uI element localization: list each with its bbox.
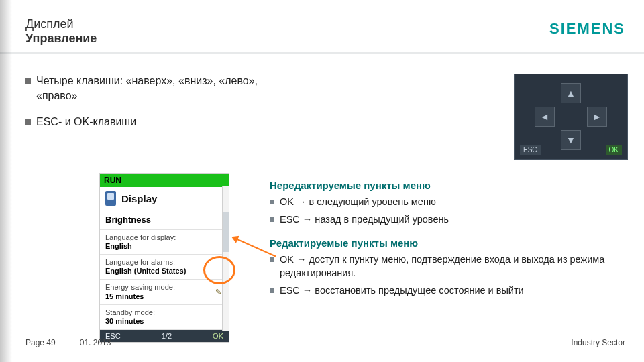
scrollbar-thumb[interactable]: [223, 212, 229, 252]
heading-editable: Редактируемые пункты меню: [270, 236, 619, 250]
row-value: English: [105, 242, 223, 251]
display-header: Display: [100, 187, 229, 210]
bullet-1-line-a: Четыре клавиши: «наверх», «вниз», «лево»…: [36, 75, 258, 86]
dpad-down-button[interactable]: ▼: [561, 130, 581, 150]
brightness-label: Brightness: [105, 215, 151, 225]
row-key: Energy-saving mode:: [105, 283, 223, 292]
header-rule: [0, 52, 644, 54]
dpad-left-button[interactable]: ◄: [535, 107, 555, 127]
pencil-icon: ✎: [214, 288, 222, 296]
bullet-square-icon: [25, 78, 31, 84]
page-shadow: [0, 0, 12, 362]
menu-brightness[interactable]: Brightness: [100, 210, 229, 230]
row-key: Standby mode:: [105, 308, 223, 317]
title-line-1: Дисплей: [25, 17, 97, 32]
bullet-1-line-b: «право»: [36, 90, 77, 101]
keypad-photo: ▲ ▼ ◄ ► ESC OK: [514, 74, 628, 160]
menu-energy-saving[interactable]: Energy-saving mode: 15 minutes ✎: [100, 280, 229, 304]
footer-date: 01. 2013: [80, 338, 111, 347]
brand-logo: SIEMENS: [549, 20, 625, 38]
point-esc-restore: ESC → восстановить предыдущее состояние …: [280, 284, 524, 297]
highlight-circle: [203, 256, 235, 284]
slide-footer: Page 49 01. 2013 Industry Sector: [25, 338, 625, 347]
heading-noneditable: Нередактируемые пункты меню: [270, 178, 619, 192]
bullet-square-icon: [270, 257, 274, 262]
row-value: 30 minutes: [105, 317, 223, 326]
dpad: ▲ ▼ ◄ ►: [531, 83, 611, 150]
dpad-up-button[interactable]: ▲: [561, 83, 581, 103]
slide-header: Дисплей Управление SIEMENS: [0, 0, 644, 52]
keypad-esc-label[interactable]: ESC: [520, 145, 541, 155]
menu-standby[interactable]: Standby mode: 30 minutes: [100, 305, 229, 330]
bullet-2-text: ESC- и OK-клавиши: [36, 115, 136, 129]
bullet-square-icon: [270, 200, 274, 204]
title-line-2: Управление: [25, 32, 97, 46]
bullet-square-icon: [270, 288, 274, 293]
bullet-square-icon: [25, 119, 31, 125]
point-esc-back: ESC → назад в предыдущий уровень: [280, 213, 449, 226]
footer-sector: Industry Sector: [571, 338, 625, 347]
display-title: Display: [121, 193, 157, 204]
run-status: RUN: [100, 174, 229, 187]
row-key: Language for display:: [105, 233, 223, 242]
keypad-ok-label[interactable]: OK: [606, 145, 622, 155]
menu-language-display[interactable]: Language for display: English: [100, 230, 229, 255]
row-value: 15 minutes: [105, 292, 223, 301]
bullet-square-icon: [270, 217, 274, 222]
dpad-right-button[interactable]: ►: [587, 107, 607, 127]
plc-icon: [105, 191, 116, 206]
point-ok-next: OK → в следующий уровень меню: [280, 195, 436, 208]
explanation-block: Нередактируемые пункты меню OK → в следу…: [270, 174, 619, 301]
point-ok-edit: OK → доступ к пункту меню, подтверждение…: [280, 253, 619, 280]
page-number: Page 49: [25, 338, 56, 347]
